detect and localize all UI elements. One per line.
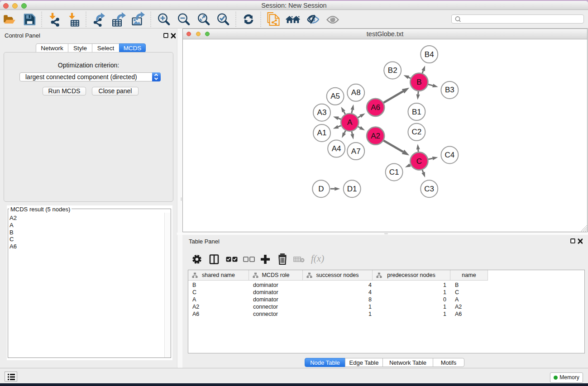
svg-text:A8: A8 <box>351 88 361 97</box>
svg-text:C4: C4 <box>445 151 455 159</box>
svg-text:B: B <box>416 78 421 86</box>
svg-text:B4: B4 <box>425 50 434 59</box>
svg-text:D1: D1 <box>347 185 357 193</box>
svg-text:B3: B3 <box>445 86 454 94</box>
svg-text:A4: A4 <box>332 144 341 153</box>
svg-text:C2: C2 <box>412 128 422 136</box>
svg-text:C1: C1 <box>389 168 399 176</box>
svg-text:A2: A2 <box>371 132 380 140</box>
svg-text:A5: A5 <box>330 92 340 100</box>
svg-text:A: A <box>347 118 353 127</box>
svg-text:C3: C3 <box>424 185 434 193</box>
svg-text:B2: B2 <box>388 66 397 75</box>
svg-text:D: D <box>318 185 324 193</box>
svg-text:B1: B1 <box>412 108 421 116</box>
svg-text:A7: A7 <box>351 147 361 156</box>
svg-text:A3: A3 <box>317 108 327 117</box>
svg-text:A1: A1 <box>317 129 327 137</box>
svg-text:A6: A6 <box>371 103 380 112</box>
svg-text:C: C <box>416 157 422 166</box>
